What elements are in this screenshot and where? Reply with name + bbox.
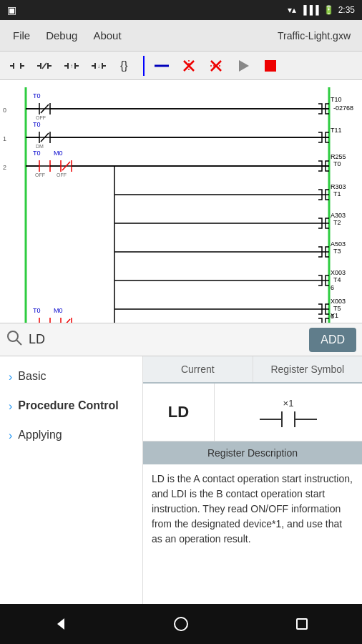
horizontal-line-icon [153,57,170,74]
run-button[interactable] [232,54,255,77]
normally-open-icon [9,57,26,74]
search-icon [6,329,23,350]
contact-symbol-graphic [260,411,317,427]
svg-rect-107 [297,619,307,629]
register-symbol-column-header: Register Symbol [253,356,363,382]
chevron-right-icon-3: › [9,429,12,442]
svg-point-103 [8,331,18,341]
svg-text:T0: T0 [33,121,41,128]
svg-text:{}: {} [120,59,128,72]
negative-transition-button[interactable]: ↓ [87,54,110,77]
chevron-right-icon: › [9,371,12,384]
normally-open-contact-button[interactable] [6,54,29,77]
svg-text:X003: X003 [331,269,346,276]
register-panel: Current Register Symbol LD ×1 Register D… [143,356,362,604]
svg-text:R303: R303 [331,183,346,190]
svg-text:M0: M0 [54,307,63,314]
status-right-icons: ▾▴ ▐▐▐ 🔋 2:35 [288,5,355,15]
svg-text:T1: T1 [333,190,341,197]
menu-bar: File Debug About Traffic-Light.gxw [0,20,362,52]
run-icon [235,57,252,74]
left-contact-line [260,419,281,420]
delete-horizontal-button[interactable] [205,54,228,77]
positive-transition-icon: ↑ [63,57,80,74]
svg-text:R255: R255 [331,153,346,160]
file-menu[interactable]: File [6,26,37,44]
home-icon [172,615,190,633]
svg-text:0: 0 [3,107,6,114]
svg-text:T0: T0 [33,150,41,157]
stop-icon [262,57,279,74]
about-menu[interactable]: About [86,26,128,44]
svg-text:A503: A503 [331,240,346,248]
search-input[interactable]: LD [29,332,303,347]
ladder-diagram: 0 T0 OFF T10 -02768 1 T0 DM T11 2 [0,80,362,323]
svg-text:OFF: OFF [36,115,46,120]
sidebar-applying-label: Applying [18,428,62,443]
svg-text:3N: 3N [3,321,11,323]
stop-button[interactable] [259,54,282,77]
svg-text:OFF: OFF [57,172,67,177]
symbol-x1-label: ×1 [283,398,294,409]
svg-text:T5: T5 [333,305,341,312]
svg-text:OFF: OFF [35,172,45,177]
file-title: Traffic-Light.gxw [278,30,356,42]
add-button[interactable]: ADD [309,328,356,352]
horizontal-line-button[interactable] [150,54,173,77]
back-icon [52,615,69,633]
delete-horizontal-icon [207,57,225,74]
positive-transition-button[interactable]: ↑ [60,54,83,77]
negative-transition-icon: ↓ [90,57,107,74]
sidebar-item-basic[interactable]: › Basic [0,362,142,391]
home-button[interactable] [160,604,202,644]
svg-text:T3: T3 [333,248,341,255]
app-instruction-button[interactable]: {} [114,54,137,77]
signal-icon: ▐▐▐ [300,5,319,15]
symbol-display: ×1 [215,384,362,441]
svg-text:T4: T4 [333,276,341,283]
back-button[interactable] [39,604,82,644]
sidebar-procedure-label: Procedure Control [18,399,118,414]
register-description-text: LD is the A contact operation start inst… [143,464,362,554]
status-left-icons: ▣ [7,4,16,16]
current-column-header: Current [143,356,253,382]
svg-text:T0: T0 [33,307,41,314]
chevron-right-icon-2: › [9,400,12,413]
battery-icon: 🔋 [323,5,334,15]
svg-rect-28 [265,60,276,72]
svg-text:M0: M0 [54,150,63,157]
sidebar-item-applying[interactable]: › Applying [0,421,142,450]
svg-text:6: 6 [331,284,334,291]
svg-text:A303: A303 [331,212,346,219]
svg-text:T11: T11 [331,127,342,134]
register-table-header: Current Register Symbol [143,356,362,384]
recents-button[interactable] [280,604,323,644]
svg-text:T10: T10 [331,96,342,103]
svg-marker-105 [57,618,64,630]
delete-vertical-icon [180,57,197,74]
left-sidebar: › Basic › Procedure Control › Applying [0,356,143,604]
svg-text:T0: T0 [333,160,341,167]
svg-point-106 [175,618,187,630]
normally-closed-contact-button[interactable] [33,54,56,77]
svg-text:↓: ↓ [97,63,100,69]
svg-text:-02768: -02768 [333,104,353,112]
normally-closed-icon [36,57,53,74]
toolbar-divider [143,56,145,76]
debug-menu[interactable]: Debug [39,26,84,44]
svg-text:T0: T0 [33,92,41,99]
svg-text:Y1: Y1 [331,312,338,319]
android-icon: ▣ [7,4,16,16]
right-contact-line [295,419,317,420]
svg-text:↑: ↑ [70,63,73,69]
svg-marker-27 [239,60,249,72]
search-bar: LD ADD [0,323,362,356]
navigation-bar [0,604,362,644]
svg-text:T2: T2 [333,219,341,226]
delete-vertical-button[interactable] [177,54,200,77]
app-instruction-icon: {} [117,57,134,74]
sidebar-item-procedure-control[interactable]: › Procedure Control [0,391,142,421]
svg-line-8 [42,63,47,69]
svg-line-96 [62,319,70,323]
status-bar: ▣ ▾▴ ▐▐▐ 🔋 2:35 [0,0,362,20]
